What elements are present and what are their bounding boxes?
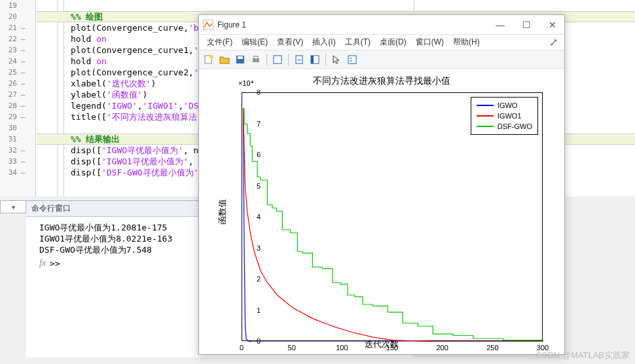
menu-file[interactable]: 文件(F) (203, 35, 236, 49)
command-prompt[interactable]: >> (50, 259, 60, 268)
svg-rect-4 (238, 56, 243, 59)
figure-title: Figure 1 (217, 20, 492, 29)
menu-edit[interactable]: 编辑(E) (238, 35, 272, 49)
insert-colorbar-icon[interactable] (308, 52, 322, 67)
svg-rect-9 (297, 60, 301, 60)
matlab-figure-icon (203, 20, 213, 30)
figure-window[interactable]: Figure 1 — ☐ ✕ 文件(F) 编辑(E) 查看(V) 插入(I) 工… (198, 14, 565, 355)
open-icon[interactable] (217, 52, 232, 67)
figure-toolbar[interactable] (199, 50, 564, 69)
menu-tools[interactable]: 工具(T) (341, 35, 374, 49)
svg-rect-11 (311, 56, 314, 64)
menu-overflow-icon[interactable]: ⤢ (549, 36, 558, 48)
menu-desktop[interactable]: 桌面(D) (376, 35, 410, 49)
watermark: CSDN @MATLAB实践家 (535, 350, 630, 361)
new-figure-icon[interactable] (202, 52, 216, 67)
legend-label: DSF-GWO (498, 122, 532, 130)
y-axis-label: 函数值 (217, 199, 228, 225)
close-button[interactable]: ✕ (545, 20, 560, 30)
legend-label: IGWO1 (498, 112, 522, 120)
figure-menubar[interactable]: 文件(F) 编辑(E) 查看(V) 插入(I) 工具(T) 桌面(D) 窗口(W… (199, 35, 564, 50)
save-icon[interactable] (233, 52, 247, 67)
menu-view[interactable]: 查看(V) (273, 35, 307, 49)
y-multiplier: ×10⁴ (238, 79, 253, 88)
edit-plot-icon[interactable] (270, 52, 285, 67)
svg-rect-6 (254, 56, 258, 59)
link-icon[interactable] (292, 52, 306, 67)
legend-label: IGWO (498, 101, 518, 109)
plot-area[interactable]: 不同方法改进灰狼算法寻找最小值 ×10⁴ 函数值 迭代次数 IGWO IGWO1… (199, 69, 564, 354)
menu-help[interactable]: 帮助(H) (449, 35, 484, 49)
pointer-icon[interactable] (329, 52, 344, 67)
fx-icon[interactable]: fx (39, 258, 46, 268)
insert-legend-icon[interactable] (345, 52, 359, 67)
panel-dropdown[interactable]: ▾ (0, 200, 26, 213)
minimize-button[interactable]: — (492, 20, 508, 30)
svg-rect-7 (274, 56, 281, 64)
menu-window[interactable]: 窗口(W) (412, 35, 448, 49)
axes[interactable]: IGWO IGWO1 DSF-GWO (242, 92, 543, 341)
chart-title: 不同方法改进灰狼算法寻找最小值 (199, 75, 564, 87)
print-icon[interactable] (249, 52, 263, 67)
svg-point-2 (209, 55, 213, 59)
chevron-down-icon: ▾ (12, 204, 15, 211)
menu-insert[interactable]: 插入(I) (308, 35, 339, 49)
legend[interactable]: IGWO IGWO1 DSF-GWO (471, 97, 538, 135)
figure-titlebar[interactable]: Figure 1 — ☐ ✕ (199, 15, 564, 35)
maximize-button[interactable]: ☐ (518, 20, 534, 30)
svg-rect-12 (348, 56, 356, 64)
gutter: 192021—22—23—24—25—26—27—28—29—303132—33… (0, 0, 36, 196)
